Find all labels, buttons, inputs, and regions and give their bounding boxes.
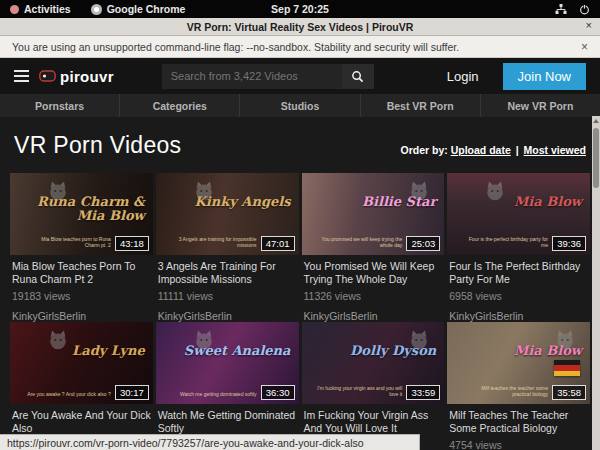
- thumbnail-overlay-title: Sweet Analena: [184, 344, 291, 358]
- thumbnail-caption: 3 Angels are training for impossible mis…: [171, 236, 257, 248]
- video-title[interactable]: Are You Awake And Your Dick Also: [12, 409, 151, 434]
- page-head: VR Porn Videos Order by: Upload date | M…: [0, 117, 600, 173]
- sandbox-warning-bar: You are using an unsupported command-lin…: [0, 36, 600, 58]
- logo-text: pirouvr: [60, 68, 114, 85]
- studio-link[interactable]: KinkyGirlsBerlin: [449, 310, 588, 322]
- thumbnail-caption: You promised we will keep trying the who…: [317, 236, 403, 248]
- thumbnail-caption: Four is the perfect birthday party for m…: [462, 236, 548, 248]
- login-link[interactable]: Login: [441, 69, 485, 84]
- video-thumbnail[interactable]: Sweet Analena Watch me getting dominated…: [156, 322, 299, 404]
- system-top-bar: Activities Google Chrome Sep 7 20:25: [0, 0, 600, 18]
- video-thumbnail[interactable]: Lady Lyne Are you awake ? And your dick …: [10, 322, 153, 404]
- site-logo[interactable]: pirouvr: [39, 68, 114, 85]
- video-card[interactable]: Mia Blow Four is the perfect birthday pa…: [447, 173, 590, 322]
- thumbnail-overlay-title: Billie Star: [362, 195, 436, 209]
- video-title[interactable]: You Promised We Will Keep Trying The Who…: [304, 260, 443, 285]
- thumbnail-overlay-title: Mia Blow: [514, 195, 582, 209]
- video-grid: Runa Charm & Mia Blow Mia Blow teaches p…: [0, 173, 600, 450]
- video-card[interactable]: Runa Charm & Mia Blow Mia Blow teaches p…: [10, 173, 153, 322]
- thumbnail-overlay-title: Lady Lyne: [72, 344, 145, 358]
- video-title[interactable]: Milf Teaches The Teacher Some Practical …: [449, 409, 588, 434]
- nav-item-categories[interactable]: Categories: [119, 94, 239, 117]
- video-thumbnail[interactable]: Dolly Dyson I'm fucking your virgin ass …: [302, 322, 445, 404]
- thumbnail-overlay-title: Kinky Angels: [195, 195, 291, 209]
- order-by-controls: Order by: Upload date | Most viewed: [400, 144, 586, 159]
- window-title: VR Porn: Virtual Reality Sex Videos | Pi…: [187, 21, 414, 33]
- studio-link[interactable]: KinkyGirlsBerlin: [12, 310, 151, 322]
- nav-item-new-vr-porn[interactable]: New VR Porn: [480, 94, 600, 117]
- activities-label: Activities: [24, 3, 71, 15]
- chrome-app-label: Google Chrome: [107, 3, 186, 15]
- duration-badge: 43:18: [115, 236, 149, 251]
- status-url-bar: https://pirouvr.com/vr-porn-video/779325…: [0, 434, 420, 450]
- video-thumbnail[interactable]: Mia Blow Four is the perfect birthday pa…: [447, 173, 590, 255]
- hamburger-menu-icon[interactable]: [14, 70, 29, 82]
- video-thumbnail[interactable]: Runa Charm & Mia Blow Mia Blow teaches p…: [10, 173, 153, 255]
- window-title-bar: VR Porn: Virtual Reality Sex Videos | Pi…: [0, 18, 600, 36]
- clock[interactable]: Sep 7 20:25: [271, 3, 329, 15]
- video-views: 19183 views: [12, 290, 151, 302]
- nav-item-best-vr-porn[interactable]: Best VR Porn: [360, 94, 480, 117]
- video-card[interactable]: Billie Star You promised we will keep tr…: [302, 173, 445, 322]
- thumbnail-overlay-title: Runa Charm & Mia Blow: [33, 195, 144, 223]
- cat-watermark-icon: [484, 180, 506, 202]
- video-card[interactable]: Sweet Analena Watch me getting dominated…: [156, 322, 299, 450]
- browser-viewport: pirouvr Login Join Now Pornstars Categor…: [0, 58, 600, 450]
- video-card[interactable]: Lady Lyne Are you awake ? And your dick …: [10, 322, 153, 450]
- thumbnail-overlay-title: Dolly Dyson: [350, 344, 436, 358]
- activities-button[interactable]: Activities: [0, 3, 81, 15]
- page-title: VR Porn Videos: [14, 132, 181, 159]
- duration-badge: 35:58: [552, 385, 586, 400]
- chrome-app-menu[interactable]: Google Chrome: [81, 3, 196, 15]
- thumbnail-caption: Mia Blow teaches porn to Runa Charm pt. …: [25, 236, 111, 248]
- nav-item-studios[interactable]: Studios: [239, 94, 359, 117]
- video-title[interactable]: 3 Angels Are Training For Impossible Mis…: [158, 260, 297, 285]
- search-box: [162, 64, 374, 89]
- window-close-icon[interactable]: ×: [586, 19, 592, 31]
- video-views: 11326 views: [304, 290, 443, 302]
- studio-link[interactable]: KinkyGirlsBerlin: [304, 310, 443, 322]
- nav-item-pornstars[interactable]: Pornstars: [0, 94, 119, 117]
- sandbox-warning-text: You are using an unsupported command-lin…: [12, 41, 459, 53]
- search-button[interactable]: [342, 64, 374, 89]
- video-card[interactable]: Mia Blow Milf teaches the teacher some p…: [447, 322, 590, 450]
- video-title[interactable]: Four Is The Perfect Birthday Party For M…: [449, 260, 588, 285]
- scrollbar-up-arrow-icon[interactable]: [593, 119, 599, 123]
- join-now-button[interactable]: Join Now: [503, 63, 586, 90]
- warning-close-icon[interactable]: ×: [581, 40, 588, 54]
- order-by-separator: |: [514, 144, 521, 156]
- thumbnail-caption: Watch me getting dominated softly: [180, 391, 257, 397]
- thumbnail-caption: Milf teaches the teacher some practical …: [462, 385, 548, 397]
- video-title[interactable]: Mia Blow Teaches Porn To Runa Charm Pt 2: [12, 260, 151, 285]
- video-views: 4754 views: [449, 439, 588, 450]
- order-by-label: Order by:: [400, 144, 447, 156]
- video-thumbnail[interactable]: Kinky Angels 3 Angels are training for i…: [156, 173, 299, 255]
- thumbnail-caption: I'm fucking your virgin ass and you will…: [317, 385, 403, 397]
- order-by-most-viewed-link[interactable]: Most viewed: [524, 144, 586, 156]
- site-header: pirouvr Login Join Now: [0, 58, 600, 94]
- vr-goggles-logo-icon: [39, 70, 56, 82]
- video-title[interactable]: Im Fucking Your Virgin Ass And You Will …: [304, 409, 443, 434]
- order-by-upload-date-link[interactable]: Upload date: [451, 144, 511, 156]
- duration-badge: 36:30: [261, 385, 295, 400]
- search-icon: [351, 70, 364, 83]
- video-card[interactable]: Kinky Angels 3 Angels are training for i…: [156, 173, 299, 322]
- thumbnail-caption: Are you awake ? And your dick also ?: [27, 391, 110, 397]
- german-flag-icon: [554, 360, 580, 376]
- tray-network-icon[interactable]: [555, 3, 567, 15]
- video-views: 6958 views: [449, 290, 588, 302]
- chrome-icon: [91, 4, 102, 15]
- power-icon[interactable]: [579, 4, 590, 15]
- duration-badge: 30:17: [115, 385, 149, 400]
- video-card[interactable]: Dolly Dyson I'm fucking your virgin ass …: [302, 322, 445, 450]
- video-thumbnail[interactable]: Billie Star You promised we will keep tr…: [302, 173, 445, 255]
- search-input[interactable]: [162, 70, 342, 82]
- video-title[interactable]: Watch Me Getting Dominated Softly: [158, 409, 297, 434]
- video-thumbnail[interactable]: Mia Blow Milf teaches the teacher some p…: [447, 322, 590, 404]
- studio-link[interactable]: KinkyGirlsBerlin: [158, 310, 297, 322]
- cat-watermark-icon: [47, 329, 69, 351]
- duration-badge: 25:03: [406, 236, 440, 251]
- page-scrollbar[interactable]: [592, 116, 600, 450]
- recording-indicator-icon: [10, 5, 19, 14]
- scrollbar-thumb[interactable]: [593, 128, 599, 188]
